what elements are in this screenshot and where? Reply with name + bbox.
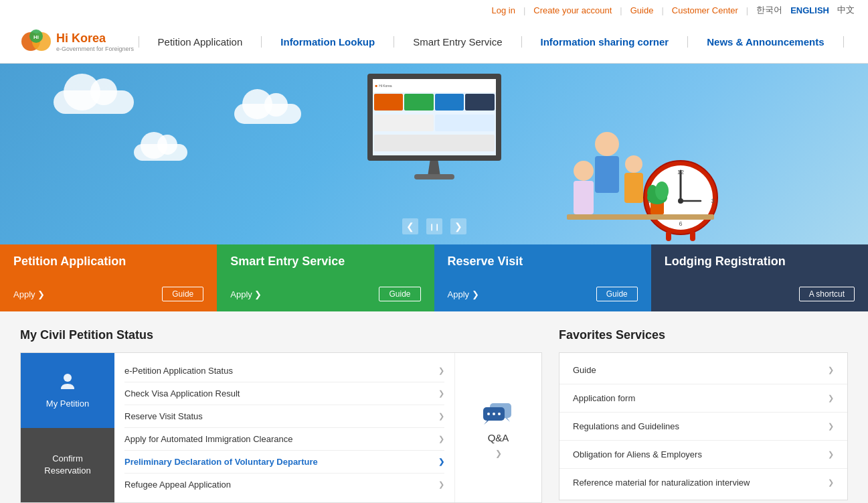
service-tiles: Petition Application Apply ❯ Guide Smart… xyxy=(0,244,868,311)
svg-point-31 xyxy=(487,413,490,415)
my-petition-label: My Petition xyxy=(46,399,89,409)
nav-sharing[interactable]: Information sharing corner xyxy=(522,36,689,48)
confirm-reservation-btn[interactable]: ConfirmReservation xyxy=(21,428,114,503)
petition-links: e-Petition Application Status ❯ Check Vi… xyxy=(114,353,454,502)
petition-box: My Petition ConfirmReservation e-Petitio… xyxy=(20,352,542,503)
monitor-stand xyxy=(424,161,444,174)
fav-chevron-4: ❯ xyxy=(828,478,834,487)
hero-banner: ■ Hi Korea xyxy=(0,64,868,244)
tile-petition-guide[interactable]: Guide xyxy=(162,287,203,301)
my-petition-btn[interactable]: My Petition xyxy=(21,353,114,428)
petition-link-5[interactable]: Refugee Appeal Application ❯ xyxy=(124,474,444,496)
chevron-icon-0: ❯ xyxy=(438,366,444,375)
svg-point-26 xyxy=(64,374,72,382)
banner-next[interactable]: ❯ xyxy=(450,218,466,234)
tile-reserve-guide[interactable]: Guide xyxy=(596,287,638,301)
header: Hi Hi Korea e-Government for Foreigners … xyxy=(0,20,868,64)
tile-smart-entry: Smart Entry Service Apply ❯ Guide xyxy=(217,244,434,311)
svg-rect-21 xyxy=(567,214,714,220)
petition-link-1[interactable]: Check Visa Application Result ❯ xyxy=(124,382,444,405)
petition-link-3[interactable]: Apply for Automated Immigration Clearanc… xyxy=(124,428,444,451)
petition-section-title: My Civil Petition Status xyxy=(20,328,542,342)
qna-box[interactable]: Q&A ❯ xyxy=(454,353,541,502)
logo[interactable]: Hi Hi Korea e-Government for Foreigners xyxy=(20,25,134,58)
main-content: My Civil Petition Status My Petition Con… xyxy=(0,311,868,503)
svg-point-19 xyxy=(574,161,594,181)
tile-smart-title: Smart Entry Service xyxy=(230,255,420,269)
svg-point-25 xyxy=(655,182,669,200)
tile-petition-apply[interactable]: Apply ❯ xyxy=(13,289,45,299)
logo-icon: Hi xyxy=(20,25,52,58)
petition-section: My Civil Petition Status My Petition Con… xyxy=(20,328,542,503)
person-icon xyxy=(58,372,77,394)
chevron-icon-3: ❯ xyxy=(438,435,444,443)
banner-pause[interactable]: ❙❙ xyxy=(426,218,442,234)
petition-sidebar: My Petition ConfirmReservation xyxy=(21,353,114,502)
favorites-section: Favorites Services Guide ❯ Application f… xyxy=(559,328,848,503)
cloud-1 xyxy=(54,90,134,114)
chevron-icon-5: ❯ xyxy=(438,480,444,489)
fav-item-0[interactable]: Guide ❯ xyxy=(559,356,847,384)
tile-petition-title: Petition Application xyxy=(13,255,203,269)
fav-chevron-1: ❯ xyxy=(828,394,834,403)
nav-info-lookup[interactable]: Information Lookup xyxy=(262,36,394,48)
qna-icon xyxy=(482,398,515,427)
svg-rect-18 xyxy=(624,173,643,203)
fav-chevron-0: ❯ xyxy=(828,366,834,374)
chevron-icon-4: ❯ xyxy=(438,457,444,466)
nav-smart-entry[interactable]: Smart Entry Service xyxy=(394,36,521,48)
lang-en[interactable]: ENGLISH xyxy=(790,5,829,15)
confirm-label: ConfirmReservation xyxy=(44,453,90,477)
logo-sub: e-Government for Foreigners xyxy=(56,46,134,52)
chevron-icon-1: ❯ xyxy=(438,389,444,398)
svg-point-15 xyxy=(595,132,619,156)
qna-chevron-icon: ❯ xyxy=(495,449,502,458)
tile-smart-guide[interactable]: Guide xyxy=(379,287,420,301)
petition-link-4[interactable]: Preliminary Declaration of Voluntary Dep… xyxy=(124,451,444,474)
petition-link-0[interactable]: e-Petition Application Status ❯ xyxy=(124,360,444,382)
favorites-section-title: Favorites Services xyxy=(559,328,848,342)
tile-reserve-apply[interactable]: Apply ❯ xyxy=(448,289,479,299)
fav-item-1[interactable]: Application form ❯ xyxy=(559,384,847,413)
svg-rect-16 xyxy=(595,156,619,193)
hero-monitor: ■ Hi Korea xyxy=(361,74,508,191)
svg-point-32 xyxy=(493,413,495,415)
fav-item-3[interactable]: Obligation for Aliens & Employers ❯ xyxy=(559,441,847,469)
svg-rect-14 xyxy=(690,231,695,241)
lang-kr[interactable]: 한국어 xyxy=(756,4,782,16)
svg-text:6: 6 xyxy=(679,220,682,227)
petition-link-2[interactable]: Reserve Visit Status ❯ xyxy=(124,405,444,428)
chevron-icon-2: ❯ xyxy=(438,412,444,421)
top-bar: Log in | Create your account | Guide | C… xyxy=(0,0,868,20)
qna-label: Q&A xyxy=(488,432,509,443)
fav-item-4[interactable]: Reference material for naturalization in… xyxy=(559,469,847,496)
create-account-link[interactable]: Create your account xyxy=(533,5,612,15)
svg-text:12: 12 xyxy=(677,169,684,175)
login-link[interactable]: Log in xyxy=(491,5,515,15)
banner-controls: ❮ ❙❙ ❯ xyxy=(402,218,466,234)
svg-text:3: 3 xyxy=(711,198,714,204)
tile-reserve-title: Reserve Visit xyxy=(448,255,638,269)
svg-rect-13 xyxy=(666,231,671,241)
nav-petition[interactable]: Petition Application xyxy=(139,36,262,48)
fav-chevron-3: ❯ xyxy=(828,450,834,459)
banner-prev[interactable]: ❮ xyxy=(402,218,418,234)
guide-link[interactable]: Guide xyxy=(630,5,654,15)
hero-family: 12 6 3 9 xyxy=(547,97,734,244)
logo-text: Hi Korea xyxy=(56,31,106,45)
svg-point-17 xyxy=(625,155,642,173)
svg-point-33 xyxy=(498,413,501,415)
cloud-3 xyxy=(234,104,301,124)
tile-reserve-visit: Reserve Visit Apply ❯ Guide xyxy=(434,244,651,311)
svg-rect-20 xyxy=(574,181,594,214)
fav-chevron-2: ❯ xyxy=(828,422,834,431)
fav-item-2[interactable]: Regulations and Guidelines ❯ xyxy=(559,413,847,441)
lang-zh[interactable]: 中文 xyxy=(837,4,855,16)
nav-news[interactable]: News & Announcements xyxy=(688,36,843,48)
customer-center-link[interactable]: Customer Center xyxy=(672,5,738,15)
tile-smart-apply[interactable]: Apply ❯ xyxy=(230,289,262,299)
tile-lodging-shortcut[interactable]: A shortcut xyxy=(799,287,855,301)
tile-lodging-title: Lodging Registration xyxy=(665,255,855,269)
main-nav: Petition Application Information Lookup … xyxy=(134,36,848,48)
svg-text:Hi: Hi xyxy=(33,34,39,40)
